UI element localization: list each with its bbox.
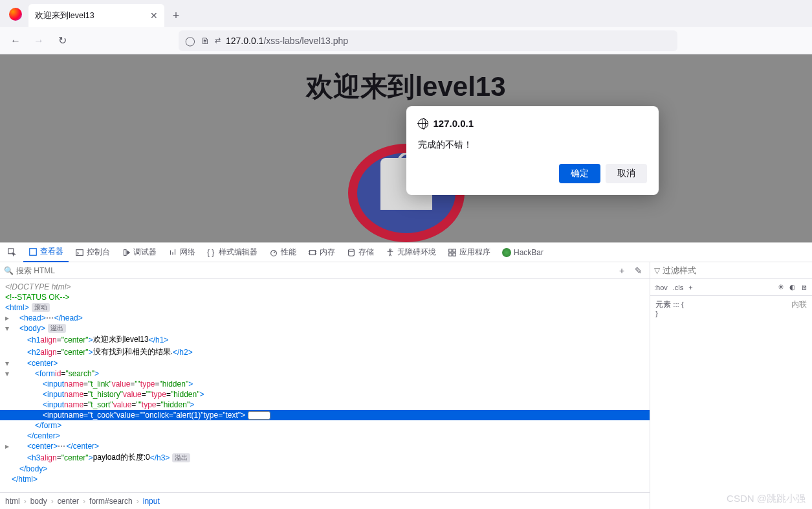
dialog-message: 完成的不错！: [418, 139, 647, 151]
tab-performance[interactable]: 性能: [264, 243, 302, 262]
dark-scheme-icon[interactable]: ◐: [789, 283, 796, 291]
tab-console[interactable]: 控制台: [70, 243, 115, 262]
url-text: 127.0.0.1/xss-labs/level13.php: [226, 36, 348, 46]
cancel-button[interactable]: 取消: [606, 164, 647, 183]
svg-point-6: [349, 249, 355, 251]
tab-styleeditor[interactable]: { }样式编辑器: [202, 243, 263, 262]
add-rule-button[interactable]: +: [688, 284, 692, 291]
reload-button[interactable]: ↻: [52, 30, 72, 51]
cls-toggle[interactable]: .cls: [673, 284, 684, 291]
hov-toggle[interactable]: :hov: [654, 284, 668, 291]
svg-rect-9: [453, 249, 455, 251]
tab-memory[interactable]: 内存: [303, 243, 340, 262]
light-scheme-icon[interactable]: ☀: [778, 283, 784, 291]
tab-accessibility[interactable]: 无障碍环境: [380, 243, 441, 262]
forward-button: →: [28, 30, 49, 51]
print-media-icon[interactable]: 🗎: [801, 284, 808, 291]
address-bar[interactable]: ◯ 🗎 ⇄ 127.0.0.1/xss-labs/level13.php: [179, 30, 677, 51]
svg-point-7: [390, 249, 391, 251]
page-heading: 欢迎来到level13: [306, 69, 505, 105]
svg-rect-1: [30, 248, 37, 255]
tab-hackbar[interactable]: HackBar: [497, 243, 549, 262]
hackbar-icon: [502, 248, 511, 257]
svg-rect-10: [449, 253, 452, 255]
add-element-button[interactable]: +: [615, 264, 629, 278]
eyedropper-button[interactable]: ✎: [631, 264, 646, 278]
shield-icon: ◯: [185, 36, 195, 46]
search-html-input[interactable]: [16, 266, 612, 275]
tab-application[interactable]: 应用程序: [443, 243, 496, 262]
firefox-icon: [9, 8, 22, 21]
svg-rect-2: [76, 249, 83, 255]
search-icon: 🔍: [4, 266, 14, 275]
browser-tab[interactable]: 欢迎来到level13 ✕: [28, 4, 164, 27]
breadcrumbs[interactable]: html› body› center› form#search› input: [0, 492, 650, 509]
globe-icon: [418, 119, 428, 129]
new-tab-button[interactable]: +: [167, 6, 185, 25]
close-icon[interactable]: ✕: [150, 10, 158, 21]
page-info-icon[interactable]: 🗎: [201, 36, 210, 46]
ok-button[interactable]: 确定: [559, 164, 600, 183]
back-button[interactable]: ←: [5, 30, 26, 51]
js-alert-dialog: 127.0.0.1 完成的不错！ 确定 取消: [406, 106, 659, 195]
svg-rect-11: [453, 253, 455, 255]
dom-selected-node[interactable]: <input name="t_cook" value="" onclick="a…: [0, 410, 650, 420]
svg-rect-8: [449, 249, 452, 251]
dom-tree[interactable]: <!DOCTYPE html> <!--STATUS OK--> <html>滚…: [0, 279, 650, 492]
dialog-origin: 127.0.0.1: [433, 118, 474, 129]
filter-icon: ▽: [654, 266, 660, 275]
tab-title: 欢迎来到level13: [35, 10, 94, 21]
svg-rect-3: [124, 249, 127, 255]
css-rules[interactable]: 元素 ::: {内联 }: [650, 296, 812, 509]
tab-debugger[interactable]: 调试器: [116, 243, 162, 262]
devtools-tabstrip: 查看器 控制台 调试器 网络 { }样式编辑器 性能 内存 存储 无障碍环境 应…: [0, 243, 812, 262]
inspect-element-button[interactable]: [3, 243, 22, 262]
svg-rect-5: [310, 250, 316, 254]
filter-styles-input[interactable]: [663, 266, 808, 275]
tab-network[interactable]: 网络: [163, 243, 201, 262]
tab-storage[interactable]: 存储: [342, 243, 379, 262]
tab-inspector[interactable]: 查看器: [23, 243, 69, 262]
permissions-icon[interactable]: ⇄: [215, 36, 221, 45]
